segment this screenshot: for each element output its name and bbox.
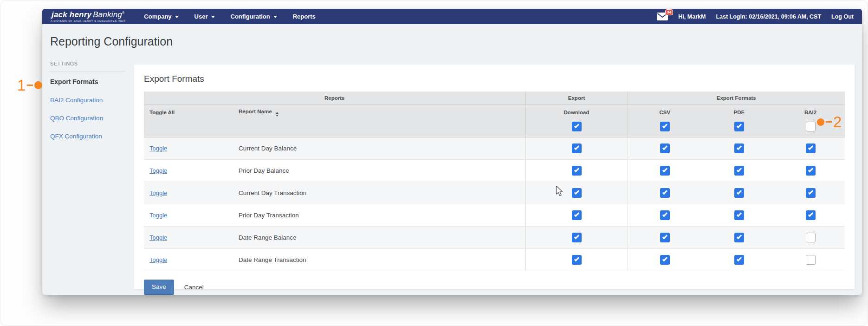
brand-logo-text: jack henryBanking® (52, 11, 124, 19)
report-name: Date Range Balance (233, 226, 525, 248)
checkbox-download[interactable] (572, 233, 582, 242)
group-header-export-formats: Export Formats (628, 91, 845, 104)
toggle-link[interactable]: Toggle (149, 167, 167, 174)
toggle-all-checkbox-csv[interactable] (660, 122, 670, 131)
nav-item-label: Configuration (231, 13, 270, 20)
group-header-reports: Reports (144, 91, 525, 104)
brand-logo: jack henryBanking® A DIVISION OF JACK HE… (51, 11, 125, 22)
toggle-link[interactable]: Toggle (149, 145, 167, 152)
sidebar-item-export-formats[interactable]: Export Formats (50, 72, 125, 91)
checkbox-download[interactable] (572, 188, 582, 198)
checkbox-csv[interactable] (660, 233, 670, 242)
column-header-row: Toggle All Report Name Download CSV PDF … (144, 104, 845, 117)
app-panel: jack henryBanking® A DIVISION OF JACK HE… (42, 9, 862, 295)
checkbox-csv[interactable] (660, 188, 670, 198)
navbar-right: 94 Hi, MarkM Last Login: 02/16/2021, 09:… (657, 13, 854, 20)
brand-reg-mark: ® (122, 11, 124, 14)
group-header-row: Reports Export Export Formats (144, 91, 845, 104)
nav-item-label: Reports (293, 13, 316, 20)
column-header-label: Report Name (239, 109, 272, 114)
checkbox-csv[interactable] (660, 166, 670, 176)
nav-item-configuration[interactable]: Configuration (231, 13, 277, 20)
report-name: Prior Day Transaction (233, 204, 525, 226)
toggle-link[interactable]: Toggle (149, 256, 167, 263)
column-header-report-name[interactable]: Report Name (233, 104, 525, 117)
cancel-button[interactable]: Cancel (184, 284, 204, 291)
nav-item-reports[interactable]: Reports (293, 13, 316, 20)
report-name: Current Day Transaction (233, 182, 525, 204)
sidebar-item-qfx-configuration[interactable]: QFX Configuration (50, 127, 125, 145)
export-formats-table: Reports Export Export Formats Toggle All… (144, 91, 845, 271)
user-greeting: Hi, MarkM (678, 13, 706, 20)
checkbox-bai2[interactable] (806, 210, 816, 220)
nav-item-label: Company (144, 13, 171, 20)
column-header-csv: CSV (628, 104, 702, 117)
logout-button[interactable]: Log Out (831, 13, 854, 20)
toggle-all-row (144, 117, 845, 137)
app-window: jack henryBanking® A DIVISION OF JACK HE… (0, 0, 868, 326)
annotation-line (27, 85, 33, 86)
mail-icon[interactable]: 94 (657, 13, 668, 20)
brand-tagline: A DIVISION OF JACK HENRY & ASSOCIATES IN… (51, 20, 125, 22)
sort-arrows-icon[interactable] (276, 112, 279, 117)
caret-down-icon (175, 16, 179, 18)
toggle-all-checkbox-bai2[interactable] (806, 122, 816, 131)
checkbox-bai2[interactable] (806, 233, 816, 242)
nav-item-company[interactable]: Company (144, 13, 178, 20)
last-login-text: Last Login: 02/16/2021, 09:06 AM, CST (716, 13, 821, 20)
checkbox-pdf[interactable] (734, 143, 744, 153)
checkbox-csv[interactable] (660, 210, 670, 220)
caret-down-icon (273, 16, 277, 18)
nav-item-user[interactable]: User (194, 13, 215, 20)
checkbox-pdf[interactable] (734, 188, 744, 198)
settings-sidebar: SETTINGS Export Formats BAI2 Configurati… (50, 61, 125, 145)
checkbox-pdf[interactable] (734, 210, 744, 220)
table-row: Toggle Prior Day Transaction (144, 204, 845, 226)
column-header-toggle-all: Toggle All (144, 104, 233, 117)
nav-menu: Company User Configuration Reports (144, 13, 316, 20)
checkbox-bai2[interactable] (806, 166, 816, 176)
annotation-marker-2: 2 (817, 114, 842, 130)
brand-light: Banking (93, 10, 122, 19)
checkbox-bai2[interactable] (806, 255, 816, 265)
checkbox-download[interactable] (572, 166, 582, 176)
toggle-all-checkbox-pdf[interactable] (734, 122, 744, 131)
toggle-link[interactable]: Toggle (149, 189, 167, 196)
annotation-line (826, 121, 832, 123)
toggle-all-checkbox-download[interactable] (572, 122, 582, 131)
page-title: Reporting Configuration (50, 35, 173, 48)
checkbox-pdf[interactable] (734, 255, 744, 265)
report-name: Date Range Transaction (233, 248, 525, 271)
export-formats-card: Export Formats Reports Export Export For… (134, 65, 855, 289)
annotation-number: 2 (833, 114, 842, 130)
report-name: Prior Day Balance (233, 159, 525, 182)
annotation-marker-1: 1 (17, 78, 42, 93)
save-button[interactable]: Save (144, 280, 174, 295)
sidebar-item-qbo-configuration[interactable]: QBO Configuration (50, 109, 125, 127)
toggle-link[interactable]: Toggle (149, 234, 167, 241)
table-row: Toggle Current Day Transaction (144, 182, 845, 204)
checkbox-csv[interactable] (660, 143, 670, 153)
sidebar-divider (50, 71, 125, 72)
table-row: Toggle Current Day Balance (144, 137, 845, 159)
checkbox-csv[interactable] (660, 255, 670, 265)
sidebar-item-bai2-configuration[interactable]: BAI2 Configuration (50, 91, 125, 109)
annotation-dot (817, 118, 824, 126)
checkbox-download[interactable] (572, 255, 582, 265)
nav-item-label: User (194, 13, 208, 20)
checkbox-pdf[interactable] (734, 233, 744, 242)
checkbox-bai2[interactable] (806, 143, 816, 153)
brand-bold: jack henry (52, 10, 91, 19)
column-header-pdf: PDF (702, 104, 776, 117)
table-row: Toggle Date Range Balance (144, 226, 845, 248)
checkbox-download[interactable] (572, 210, 582, 220)
checkbox-download[interactable] (572, 143, 582, 153)
column-header-download: Download (525, 104, 628, 117)
form-actions: Save Cancel (144, 280, 845, 295)
annotation-number: 1 (17, 78, 26, 93)
toggle-link[interactable]: Toggle (149, 212, 167, 219)
mail-count-badge: 94 (665, 9, 673, 15)
checkbox-bai2[interactable] (806, 188, 816, 198)
mouse-cursor (556, 185, 564, 199)
checkbox-pdf[interactable] (734, 166, 744, 176)
